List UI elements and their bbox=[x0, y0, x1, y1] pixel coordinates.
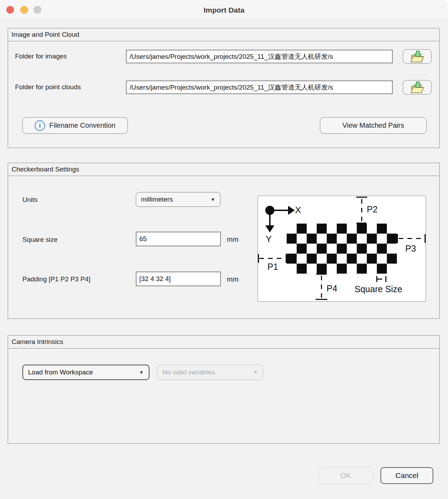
checkerboard-diagram: X Y P2 P1 P3 P4 bbox=[258, 196, 426, 302]
x-axis-arrow-icon bbox=[288, 206, 295, 215]
chevron-down-icon: ▼ bbox=[210, 197, 215, 202]
chevron-down-icon: ▼ bbox=[139, 370, 144, 375]
y-axis-line bbox=[269, 210, 271, 226]
p1-label: P1 bbox=[267, 262, 278, 272]
image-point-cloud-title: Image and Point Cloud bbox=[8, 28, 439, 41]
square-size-diagram-label: Square Size bbox=[355, 284, 402, 294]
info-icon: i bbox=[35, 120, 45, 131]
import-data-dialog: Import Data Image and Point Cloud Folder… bbox=[0, 0, 448, 499]
browse-images-button[interactable] bbox=[403, 49, 432, 64]
p4-dashed-line bbox=[321, 276, 322, 299]
p1-tick bbox=[258, 254, 259, 263]
folder-images-label: Folder for images bbox=[15, 52, 67, 60]
p3-tick bbox=[425, 234, 426, 243]
p2-tick bbox=[356, 223, 366, 224]
p4-tick bbox=[316, 299, 327, 300]
p2-dashed-line bbox=[361, 199, 362, 223]
units-dropdown[interactable]: millimeters ▼ bbox=[136, 192, 220, 207]
camera-intrinsics-title: Camera Intrinsics bbox=[8, 336, 439, 349]
y-axis-label: Y bbox=[266, 234, 272, 245]
window-title: Import Data bbox=[0, 0, 448, 20]
view-matched-pairs-button[interactable]: View Matched Pairs bbox=[320, 117, 427, 134]
intrinsics-source-value: Load from Workspace bbox=[28, 368, 93, 376]
padding-input[interactable] bbox=[136, 272, 221, 286]
p3-dashed-line bbox=[399, 238, 425, 239]
browse-point-clouds-button[interactable] bbox=[403, 80, 432, 94]
title-bar: Import Data bbox=[0, 0, 448, 20]
square-size-label: Square size bbox=[22, 236, 57, 244]
checkerboard-settings-title: Checkerboard Settings bbox=[8, 163, 439, 176]
view-matched-pairs-label: View Matched Pairs bbox=[342, 121, 404, 129]
padding-label: Padding [P1 P2 P3 P4] bbox=[22, 275, 90, 283]
p4-label: P4 bbox=[327, 283, 337, 294]
square-size-mark bbox=[377, 279, 382, 280]
camera-intrinsics-panel: Camera Intrinsics Load from Workspace ▼ … bbox=[8, 335, 440, 444]
p2-tick bbox=[356, 197, 367, 198]
folder-point-clouds-label: Folder for point clouds bbox=[15, 83, 81, 91]
intrinsics-variables-dropdown: No valid variables ▼ bbox=[157, 365, 263, 380]
intrinsics-variables-value: No valid variables bbox=[162, 368, 215, 376]
checkerboard-pattern bbox=[287, 224, 397, 274]
open-folder-icon bbox=[410, 50, 425, 63]
p2-label: P2 bbox=[367, 204, 378, 215]
units-value: millimeters bbox=[141, 196, 173, 203]
open-folder-icon bbox=[410, 81, 425, 94]
square-size-tick bbox=[385, 276, 386, 282]
p1-tick bbox=[286, 254, 287, 263]
units-label: Units bbox=[22, 196, 37, 204]
square-size-input[interactable] bbox=[136, 232, 221, 246]
checkerboard-settings-panel: Checkerboard Settings Units millimeters … bbox=[8, 163, 440, 319]
p4-tick bbox=[316, 274, 327, 275]
y-axis-arrow-icon bbox=[265, 225, 274, 232]
p3-label: P3 bbox=[405, 244, 416, 254]
padding-unit: mm bbox=[227, 275, 238, 283]
x-axis-label: X bbox=[295, 205, 301, 216]
filename-convention-button[interactable]: i Filename Convention bbox=[22, 117, 128, 134]
cancel-button[interactable]: Cancel bbox=[380, 467, 433, 484]
folder-point-clouds-input[interactable] bbox=[126, 80, 393, 94]
intrinsics-source-dropdown[interactable]: Load from Workspace ▼ bbox=[22, 365, 149, 380]
folder-images-input[interactable] bbox=[126, 50, 393, 63]
x-axis-line bbox=[270, 210, 289, 211]
filename-convention-label: Filename Convention bbox=[49, 121, 115, 129]
image-point-cloud-panel: Image and Point Cloud Folder for images … bbox=[8, 28, 440, 148]
chevron-down-icon: ▼ bbox=[253, 370, 258, 375]
p3-tick bbox=[397, 234, 398, 243]
ok-button: OK bbox=[318, 467, 373, 484]
square-size-unit: mm bbox=[227, 236, 238, 244]
p1-dashed-line bbox=[259, 258, 286, 259]
